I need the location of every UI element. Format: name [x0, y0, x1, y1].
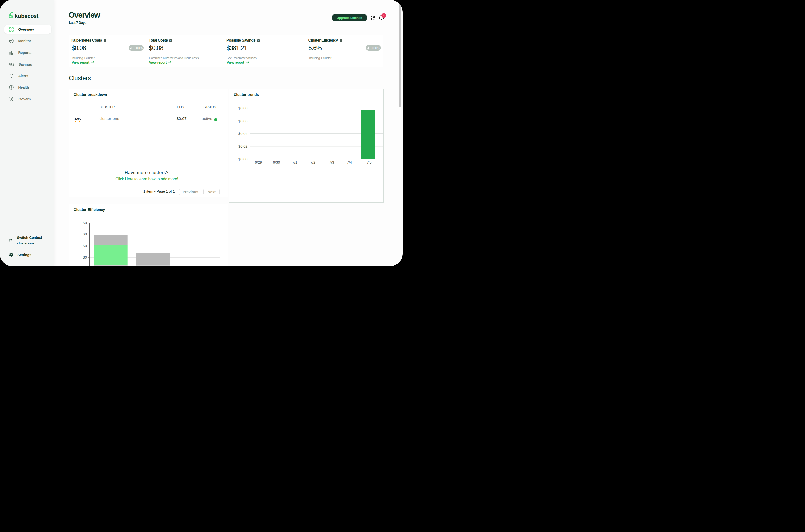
- svg-text:7/5: 7/5: [366, 160, 371, 164]
- svg-text:$0: $0: [83, 221, 87, 225]
- svg-text:$0: $0: [83, 255, 87, 259]
- svg-text:aws: aws: [74, 116, 81, 121]
- svg-text:$0: $0: [83, 244, 87, 248]
- svg-text:6/30: 6/30: [273, 160, 280, 164]
- svg-text:6/29: 6/29: [255, 160, 262, 164]
- svg-text:$0.02: $0.02: [238, 144, 247, 148]
- svg-text:$0: $0: [83, 232, 87, 236]
- svg-text:$0.08: $0.08: [238, 106, 247, 110]
- svg-text:7/4: 7/4: [347, 160, 352, 164]
- svg-text:7/1: 7/1: [292, 160, 297, 164]
- svg-text:$0.04: $0.04: [238, 132, 247, 135]
- svg-text:$0.06: $0.06: [238, 119, 247, 123]
- svg-text:$0.00: $0.00: [238, 157, 247, 161]
- svg-text:7/2: 7/2: [310, 160, 315, 164]
- svg-text:7/3: 7/3: [329, 160, 334, 164]
